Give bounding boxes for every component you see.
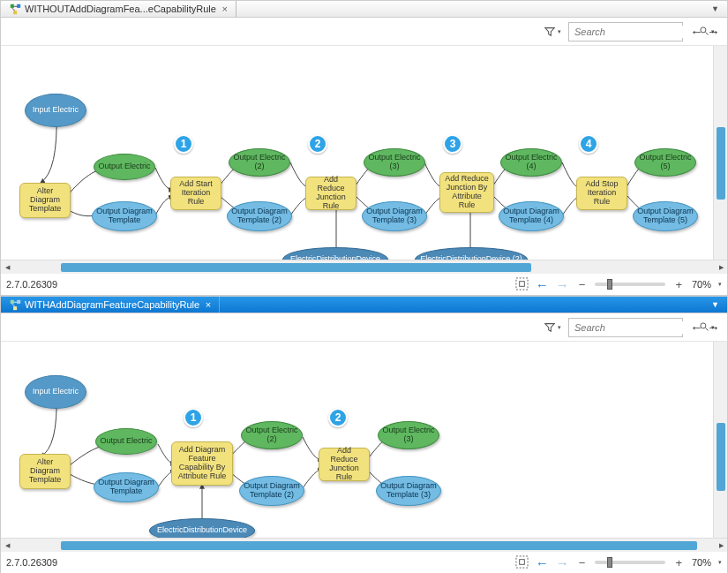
fit-extent-button[interactable] bbox=[515, 555, 529, 570]
node-output-electric-2[interactable]: Output Electric (2) bbox=[229, 148, 290, 177]
node-output-electric[interactable]: Output Electric bbox=[95, 428, 157, 455]
scrollbar-thumb[interactable] bbox=[717, 127, 725, 200]
version-label: 2.7.0.26309 bbox=[6, 557, 57, 568]
close-icon[interactable]: × bbox=[203, 299, 214, 310]
zoom-menu-button[interactable]: ▾ bbox=[718, 281, 722, 288]
pane-menu-button[interactable]: ▼ bbox=[711, 300, 724, 309]
svg-rect-1 bbox=[17, 4, 20, 7]
zoom-slider-thumb[interactable] bbox=[607, 557, 612, 568]
node-output-electric-3[interactable]: Output Electric (3) bbox=[364, 148, 425, 177]
tab-without[interactable]: WITHOUTAddDiagramFea...eCapabilityRule × bbox=[4, 1, 236, 17]
node-alter-diagram-template[interactable]: Alter Diagram Template bbox=[19, 454, 71, 489]
history-back-button[interactable]: ← bbox=[536, 277, 549, 292]
scrollbar-thumb[interactable] bbox=[61, 263, 531, 272]
scrollbar-thumb[interactable] bbox=[61, 541, 697, 550]
svg-line-4 bbox=[11, 7, 14, 10]
model-icon bbox=[10, 4, 21, 15]
node-output-diagram-template-4[interactable]: Output Diagram Template (4) bbox=[499, 201, 564, 231]
vertical-scrollbar[interactable] bbox=[713, 46, 727, 260]
node-add-diagram-feature-capability-by-attribute-rule[interactable]: Add Diagram Feature Capability By Attrib… bbox=[171, 441, 233, 486]
node-output-electric-3[interactable]: Output Electric (3) bbox=[378, 421, 439, 449]
tab-with[interactable]: WITHAddDiagramFeatureCapabilityRule × bbox=[4, 297, 220, 313]
zoom-slider-thumb[interactable] bbox=[607, 279, 612, 290]
zoom-percent: 70% bbox=[692, 279, 711, 290]
scrollbar-thumb[interactable] bbox=[717, 423, 725, 491]
close-icon[interactable]: × bbox=[220, 4, 230, 14]
zoom-in-button[interactable]: + bbox=[672, 556, 685, 569]
svg-rect-0 bbox=[11, 4, 14, 7]
nav-prev-button[interactable]: ← bbox=[690, 24, 703, 39]
chevron-down-icon: ▾ bbox=[558, 324, 561, 331]
search-input[interactable] bbox=[573, 26, 699, 38]
svg-rect-8 bbox=[519, 281, 524, 286]
svg-line-13 bbox=[11, 303, 14, 305]
badge-2: 2 bbox=[308, 134, 327, 154]
nav-next-button[interactable]: → bbox=[707, 24, 720, 39]
node-output-diagram-template-5[interactable]: Output Diagram Template (5) bbox=[633, 201, 698, 231]
horizontal-scrollbar[interactable]: ◀ ▶ bbox=[1, 538, 727, 552]
history-forward-button[interactable]: → bbox=[556, 277, 569, 292]
zoom-slider[interactable] bbox=[595, 561, 665, 564]
zoom-menu-button[interactable]: ▾ bbox=[718, 559, 722, 566]
statusbar: 2.7.0.26309 ← → − + 70% ▾ bbox=[1, 552, 727, 573]
svg-rect-17 bbox=[519, 559, 524, 564]
pane-menu-button[interactable]: ▼ bbox=[711, 4, 724, 13]
node-add-reduce-junction-rule[interactable]: Add Reduce Junction Rule bbox=[305, 177, 356, 210]
search-input[interactable] bbox=[573, 321, 699, 334]
node-output-electric-4[interactable]: Output Electric (4) bbox=[500, 148, 562, 177]
pane-without: WITHOUTAddDiagramFea...eCapabilityRule ×… bbox=[0, 0, 728, 296]
badge-4: 4 bbox=[579, 134, 598, 154]
scroll-left-icon[interactable]: ◀ bbox=[1, 540, 13, 551]
filter-button[interactable]: ▾ bbox=[544, 26, 561, 38]
history-back-button[interactable]: ← bbox=[536, 555, 549, 570]
filter-button[interactable]: ▾ bbox=[544, 321, 561, 334]
node-output-diagram-template[interactable]: Output Diagram Template bbox=[92, 201, 157, 231]
node-output-electric-5[interactable]: Output Electric (5) bbox=[634, 148, 696, 177]
nav-next-button[interactable]: → bbox=[707, 320, 720, 335]
zoom-out-button[interactable]: − bbox=[576, 278, 589, 291]
scroll-left-icon[interactable]: ◀ bbox=[1, 262, 13, 273]
node-alter-diagram-template[interactable]: Alter Diagram Template bbox=[19, 183, 71, 218]
toolbar: ▾ ▾ ← → bbox=[1, 18, 727, 46]
badge-1: 1 bbox=[174, 134, 193, 154]
node-add-reduce-junction-rule[interactable]: Add Reduce Junction Rule bbox=[319, 448, 370, 481]
diagram-canvas[interactable]: Input Electric Alter Diagram Template Ou… bbox=[1, 46, 727, 260]
node-add-start-iteration-rule[interactable]: Add Start Iteration Rule bbox=[170, 177, 221, 210]
horizontal-scrollbar[interactable]: ◀ ▶ bbox=[1, 260, 727, 274]
zoom-out-button[interactable]: − bbox=[576, 556, 589, 569]
node-output-electric[interactable]: Output Electric bbox=[94, 154, 155, 180]
badge-2: 2 bbox=[328, 408, 348, 427]
zoom-percent: 70% bbox=[692, 557, 711, 568]
pane-with: WITHAddDiagramFeatureCapabilityRule × ▼ … bbox=[0, 296, 728, 573]
node-output-electric-2[interactable]: Output Electric (2) bbox=[241, 421, 303, 449]
svg-rect-10 bbox=[17, 299, 20, 303]
node-output-diagram-template-3[interactable]: Output Diagram Template (3) bbox=[376, 476, 441, 506]
search-box[interactable]: ▾ bbox=[568, 22, 683, 41]
diagram-canvas[interactable]: Input Electric Alter Diagram Template Ou… bbox=[1, 342, 727, 538]
svg-rect-9 bbox=[11, 299, 14, 303]
node-input-electric[interactable]: Input Electric bbox=[25, 375, 86, 409]
zoom-in-button[interactable]: + bbox=[672, 278, 685, 291]
svg-rect-11 bbox=[13, 306, 17, 310]
node-electric-distribution-device[interactable]: ElectricDistributionDevice bbox=[149, 518, 255, 538]
fit-extent-button[interactable] bbox=[515, 277, 529, 292]
node-input-electric[interactable]: Input Electric bbox=[25, 94, 86, 127]
node-output-diagram-template-2[interactable]: Output Diagram Template (2) bbox=[239, 476, 304, 506]
node-add-reduce-junction-by-attribute-rule[interactable]: Add Reduce Junction By Attribute Rule bbox=[439, 172, 494, 213]
node-output-diagram-template-3[interactable]: Output Diagram Template (3) bbox=[362, 201, 427, 231]
statusbar: 2.7.0.26309 ← → − + 70% ▾ bbox=[1, 274, 727, 295]
vertical-scrollbar[interactable] bbox=[713, 342, 727, 538]
nav-arrows: ← → bbox=[690, 320, 720, 335]
zoom-slider[interactable] bbox=[595, 283, 665, 286]
badge-3: 3 bbox=[443, 134, 462, 154]
tab-label: WITHOUTAddDiagramFea...eCapabilityRule bbox=[25, 4, 216, 14]
history-forward-button[interactable]: → bbox=[556, 555, 569, 570]
node-add-stop-iteration-rule[interactable]: Add Stop Iteration Rule bbox=[576, 177, 627, 210]
nav-prev-button[interactable]: ← bbox=[690, 320, 703, 335]
scroll-right-icon[interactable]: ▶ bbox=[715, 262, 727, 273]
search-box[interactable]: ▾ bbox=[568, 318, 683, 337]
node-output-diagram-template[interactable]: Output Diagram Template bbox=[94, 472, 159, 502]
svg-rect-2 bbox=[13, 11, 17, 14]
scroll-right-icon[interactable]: ▶ bbox=[715, 540, 727, 551]
node-output-diagram-template-2[interactable]: Output Diagram Template (2) bbox=[227, 201, 292, 231]
